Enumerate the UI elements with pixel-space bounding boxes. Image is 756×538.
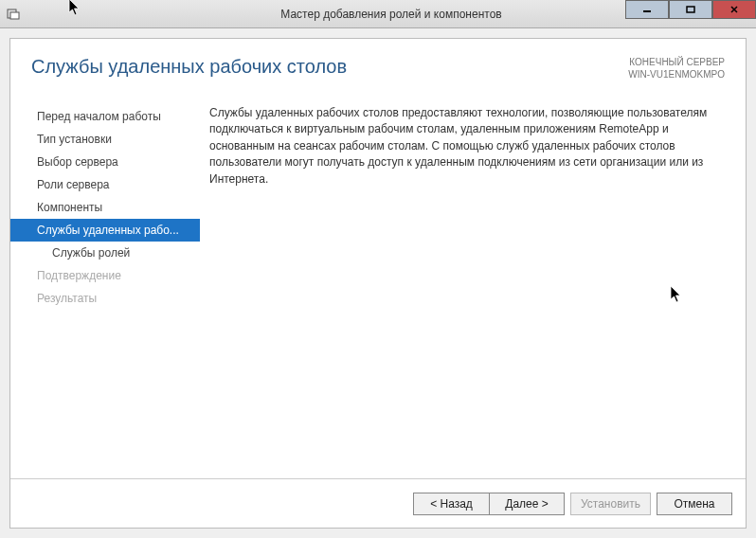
window-body: Службы удаленных рабочих столов КОНЕЧНЫЙ… — [0, 28, 756, 538]
header: Службы удаленных рабочих столов КОНЕЧНЫЙ… — [10, 39, 746, 90]
nav-before-start[interactable]: Перед началом работы — [10, 105, 200, 128]
footer: < Назад Далее > Установить Отмена — [10, 478, 746, 528]
nav-results: Результаты — [10, 287, 200, 310]
svg-rect-1 — [10, 12, 19, 19]
nav-features[interactable]: Компоненты — [10, 196, 200, 219]
nav-server-select[interactable]: Выбор сервера — [10, 151, 200, 173]
wizard-nav: Перед началом работы Тип установки Выбор… — [10, 90, 200, 465]
cancel-button[interactable]: Отмена — [657, 493, 732, 515]
nav-install-type[interactable]: Тип установки — [10, 128, 200, 151]
titlebar: Мастер добавления ролей и компонентов — [0, 0, 756, 28]
page-title: Службы удаленных рабочих столов — [31, 56, 347, 78]
wizard-panel: Службы удаленных рабочих столов КОНЕЧНЫЙ… — [9, 38, 747, 529]
content-row: Перед началом работы Тип установки Выбор… — [10, 90, 746, 465]
install-button: Установить — [570, 493, 651, 515]
svg-rect-3 — [687, 7, 694, 12]
description-text: Службы удаленных рабочих столов предоста… — [200, 90, 746, 465]
minimize-button[interactable] — [625, 0, 669, 19]
close-button[interactable] — [712, 0, 756, 19]
server-label: КОНЕЧНЫЙ СЕРВЕР — [628, 56, 725, 68]
nav-role-services[interactable]: Службы ролей — [10, 242, 200, 264]
nav-server-roles[interactable]: Роли сервера — [10, 173, 200, 196]
nav-rds[interactable]: Службы удаленных рабо... — [10, 219, 200, 242]
app-icon — [0, 8, 27, 21]
server-info: КОНЕЧНЫЙ СЕРВЕР WIN-VU1ENMOKMPO — [628, 56, 725, 81]
window-controls — [625, 0, 756, 27]
nav-confirmation: Подтверждение — [10, 264, 200, 287]
server-name: WIN-VU1ENMOKMPO — [628, 68, 725, 81]
maximize-button[interactable] — [669, 0, 712, 19]
next-button[interactable]: Далее > — [489, 493, 565, 515]
nav-button-group: < Назад Далее > — [413, 493, 565, 515]
back-button[interactable]: < Назад — [413, 493, 489, 515]
